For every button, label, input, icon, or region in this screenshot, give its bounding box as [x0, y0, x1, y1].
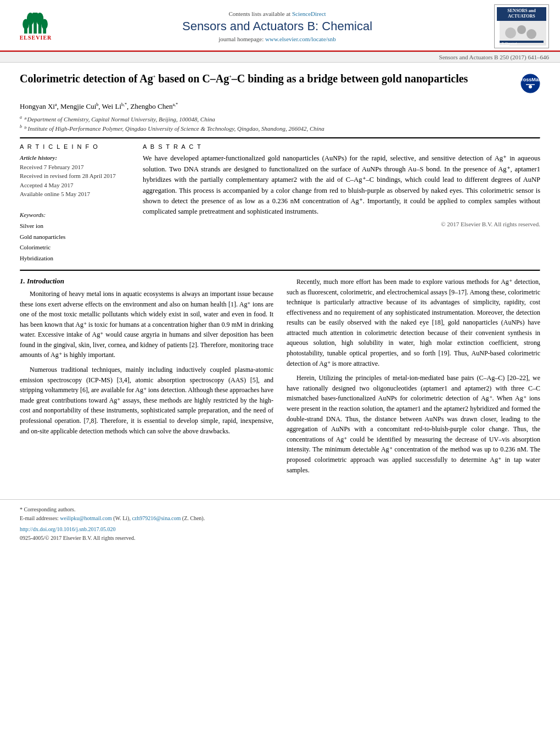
intro-col-right: Recently, much more effort has been made… [287, 277, 540, 479]
elsevier-logo: ELSEVIER [11, 10, 60, 43]
svg-text:B: Chemical: B: Chemical [502, 42, 517, 45]
svg-point-9 [41, 19, 47, 29]
affiliations-block: a ᵃ Department of Chemistry, Capital Nor… [20, 114, 540, 133]
svg-point-13 [527, 29, 536, 39]
article-title-block: Colorimetric detection of Ag+ based on C… [20, 71, 540, 97]
abstract-text: We have developed aptamer-functionalized… [143, 153, 540, 217]
svg-rect-2 [33, 21, 37, 34]
issn-line: 0925-4005/© 2017 Elsevier B.V. All right… [20, 534, 540, 543]
section-heading-number: 1. Introduction [20, 277, 273, 286]
article-info-heading: A R T I C L E I N F O [20, 143, 130, 150]
keywords-block: Keywords: Silver ion Gold nanoparticles … [20, 210, 130, 264]
sciencedirect-line: Contents lists available at ScienceDirec… [66, 10, 489, 17]
intro-col1-para1: Monitoring of heavy metal ions in aquati… [20, 289, 273, 436]
svg-rect-3 [38, 24, 41, 33]
divider-body [20, 270, 540, 271]
accepted-date: Accepted 4 May 2017 [20, 181, 130, 190]
article-header-line: Sensors and Actuators B 250 (2017) 641–6… [0, 52, 560, 63]
available-date: Available online 5 May 2017 [20, 189, 130, 199]
journal-title-header: Sensors and Actuators B: Chemical [66, 19, 489, 34]
elsevier-label: ELSEVIER [20, 35, 52, 41]
journal-homepage: journal homepage: www.elsevier.com/locat… [66, 36, 489, 42]
crossmark-badge: CrossMark [520, 71, 540, 97]
svg-point-18 [529, 85, 532, 88]
article-title-text: Colorimetric detection of Ag+ based on C… [20, 71, 520, 86]
abstract-column: A B S T R A C T We have developed aptame… [143, 143, 540, 264]
copyright-line: © 2017 Elsevier B.V. All rights reserved… [143, 221, 540, 227]
footer-area: * Corresponding authors. E-mail addresse… [0, 499, 560, 546]
affiliation-a: a ᵃ Department of Chemistry, Capital Nor… [20, 114, 540, 124]
sciencedirect-link[interactable]: ScienceDirect [292, 10, 326, 17]
info-abstract-section: A R T I C L E I N F O Article history: R… [20, 143, 540, 264]
academic-paper-page: ELSEVIER Contents lists available at Sci… [0, 0, 560, 742]
sensors-logo-text: SENSORS and ACTUATORS [497, 7, 546, 21]
header-center: Contents lists available at ScienceDirec… [60, 10, 494, 42]
divider-thick [20, 137, 540, 139]
journal-homepage-link[interactable]: www.elsevier.com/locate/snb [265, 36, 336, 42]
received-date: Received 7 February 2017 [20, 163, 130, 172]
intro-col2-para1: Recently, much more effort has been made… [287, 277, 540, 475]
email-addresses: E-mail addresses: weilipku@hotmail.com (… [20, 514, 540, 523]
article-history: Article history: Received 7 February 201… [20, 153, 130, 199]
journal-header: ELSEVIER Contents lists available at Sci… [0, 0, 560, 52]
intro-col-left: 1. Introduction Monitoring of heavy meta… [20, 277, 273, 479]
keyword-2: Gold nanoparticles [20, 232, 130, 243]
svg-point-12 [517, 25, 526, 34]
email1-link[interactable]: weilipku@hotmail.com [60, 515, 111, 521]
keyword-1: Silver ion [20, 221, 130, 232]
svg-text:CrossMark: CrossMark [520, 77, 540, 82]
keyword-4: Hybridization [20, 253, 130, 264]
doi-link[interactable]: http://dx.doi.org/10.1016/j.snb.2017.05.… [20, 526, 116, 532]
sensors-logo-box: SENSORS and ACTUATORS B: Chemical [494, 4, 549, 48]
footnote-text: * Corresponding authors. E-mail addresse… [20, 505, 540, 543]
svg-point-11 [505, 27, 516, 38]
content-area: Colorimetric detection of Ag+ based on C… [0, 63, 560, 488]
svg-rect-1 [29, 24, 32, 33]
affiliation-b: b ᵇ Institute of High-Performance Polyme… [20, 124, 540, 133]
revised-date: Received in revised form 28 April 2017 [20, 171, 130, 181]
sensors-logo-image: B: Chemical [497, 21, 546, 46]
introduction-section: 1. Introduction Monitoring of heavy meta… [20, 277, 540, 479]
authors-line: Hongyan Xia, Mengjie Cuib, Wei Lib,*, Zh… [20, 102, 540, 111]
keywords-label: Keywords: [20, 211, 46, 218]
history-label: Article history: [20, 154, 57, 161]
corresponding-note: * Corresponding authors. [20, 505, 540, 514]
article-info-column: A R T I C L E I N F O Article history: R… [20, 143, 130, 264]
abstract-heading: A B S T R A C T [143, 143, 540, 150]
keyword-3: Colorimetric [20, 242, 130, 253]
email2-link[interactable]: czh979216@sina.com [132, 515, 181, 521]
